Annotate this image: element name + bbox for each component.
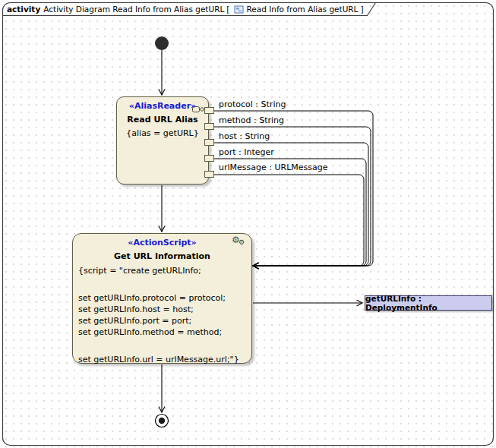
object-node-label: getURLInfo : DeploymentInfo <box>365 294 491 312</box>
diagram-frame <box>3 3 494 446</box>
bracket-open: [ <box>226 5 229 14</box>
frame-tab[interactable]: activity Activity Diagram Read Info from… <box>3 3 370 15</box>
pin-label-protocol: protocol : String <box>219 99 286 109</box>
read-url-alias-action[interactable]: «AliasReader» Read URL Alias {alias = ge… <box>116 96 209 185</box>
gear-icon-small: ⚙ <box>239 239 245 246</box>
script-line: set getURLInfo.host = host; <box>78 304 249 315</box>
script-line: set getURLInfo.url = urlMessage.url;"} <box>78 354 249 365</box>
script-line: {script = "create getURLInfo; <box>78 265 249 276</box>
action-name: Read URL Alias <box>117 115 208 125</box>
get-url-information-action[interactable]: «ActionScript» ⚙ ⚙ Get URL Information {… <box>72 233 252 364</box>
output-pin-urlmessage[interactable] <box>204 171 214 178</box>
pin-label-method: method : String <box>219 115 284 125</box>
script-line <box>78 276 249 292</box>
script-body: {script = "create getURLInfo; set getURL… <box>78 265 249 365</box>
output-pin-port[interactable] <box>204 155 214 162</box>
action-body: {alias = getURL} <box>117 128 208 138</box>
script-line <box>78 338 249 354</box>
output-pin-host[interactable] <box>204 139 214 146</box>
initial-node[interactable] <box>155 36 169 50</box>
output-pin-method[interactable] <box>204 123 214 130</box>
frame-title: Activity Diagram Read Info from Alias ge… <box>43 5 224 14</box>
gears-icon: ⚙ ⚙ <box>232 235 247 248</box>
pin-label-urlmessage: urlMessage : URLMessage <box>219 162 328 172</box>
script-line: set getURLInfo.method = method; <box>78 327 249 338</box>
action-name: Get URL Information <box>73 251 251 261</box>
diagram-canvas: activity Activity Diagram Read Info from… <box>0 0 496 448</box>
script-line: set getURLInfo.port = port; <box>78 315 249 327</box>
activity-final-node[interactable] <box>156 415 169 427</box>
script-line: set getURLInfo.protocol = protocol; <box>78 292 249 304</box>
activity-final-node-core <box>159 418 165 424</box>
activity-keyword: activity <box>7 5 40 14</box>
pin-label-host: host : String <box>219 131 270 141</box>
action-script-stereotype: «ActionScript» <box>73 238 251 248</box>
pin-label-port: port : Integer <box>219 147 274 157</box>
activity-diagram-icon <box>234 5 244 14</box>
output-pin-protocol[interactable] <box>204 107 214 114</box>
object-node-geturlinfo[interactable]: getURLInfo : DeploymentInfo <box>365 295 492 311</box>
bracket-close: ] <box>360 5 363 14</box>
frame-diagram-name: Read Info from Alias getURL <box>246 5 358 14</box>
